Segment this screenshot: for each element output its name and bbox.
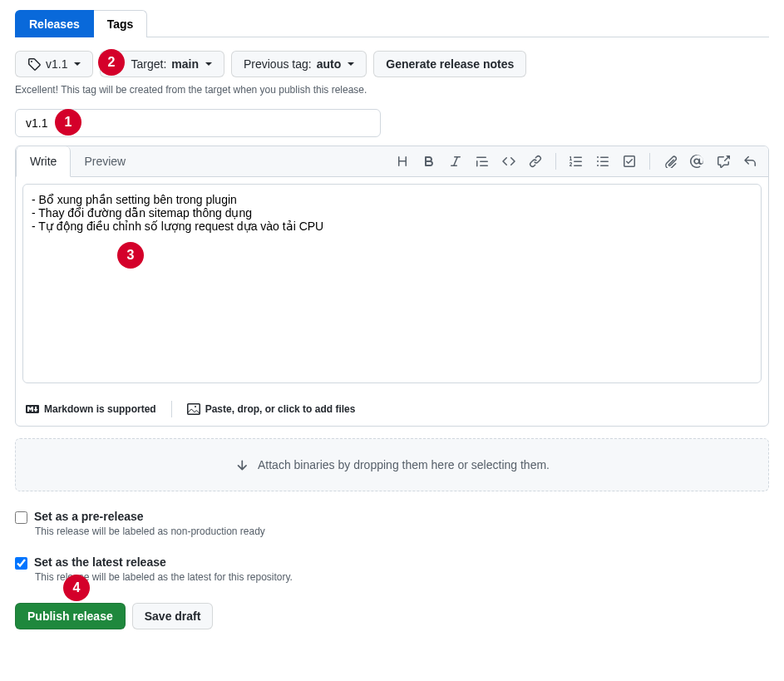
editor-tab-preview[interactable]: Preview	[71, 146, 139, 176]
italic-icon	[449, 155, 462, 168]
paperclip-icon	[663, 155, 677, 168]
annotation-badge-4: 4	[63, 575, 90, 601]
tab-releases[interactable]: Releases	[15, 10, 94, 37]
reply-button[interactable]	[738, 150, 762, 173]
tag-icon	[27, 57, 41, 71]
heading-icon	[396, 155, 409, 168]
code-button[interactable]	[497, 150, 520, 173]
attach-files-link[interactable]: Paste, drop, or click to add files	[187, 402, 356, 416]
editor-body-wrapper: 3	[16, 177, 768, 392]
toolbar-separator	[555, 153, 556, 170]
editor-tab-write[interactable]: Write	[16, 146, 71, 177]
annotation-badge-3: 3	[117, 242, 144, 269]
prerelease-note: This release will be labeled as non-prod…	[35, 526, 769, 537]
prerelease-label[interactable]: Set as a pre-release	[34, 510, 144, 523]
markdown-supported-link[interactable]: Markdown is supported	[26, 402, 156, 416]
bold-button[interactable]	[417, 150, 441, 173]
task-list-button[interactable]	[618, 150, 641, 173]
arrow-down-icon	[234, 457, 249, 472]
mention-icon	[690, 155, 703, 168]
caret-icon	[205, 62, 212, 66]
italic-button[interactable]	[444, 150, 467, 173]
tag-selector[interactable]: v1.1	[15, 51, 93, 77]
latest-label[interactable]: Set as the latest release	[34, 555, 166, 569]
quote-button[interactable]	[471, 150, 494, 173]
controls-row: v1.1 2 Target: main Previous tag: auto G…	[15, 51, 769, 77]
code-icon	[502, 155, 515, 168]
reply-icon	[743, 155, 757, 168]
tag-hint: Excellent! This tag will be created from…	[15, 84, 769, 96]
list-unordered-icon	[596, 155, 609, 168]
generate-notes-button[interactable]: Generate release notes	[373, 51, 526, 77]
tasklist-icon	[623, 155, 636, 168]
tag-value: v1.1	[46, 56, 67, 72]
binaries-dropzone[interactable]: Attach binaries by dropping them here or…	[15, 438, 769, 491]
list-ordered-icon	[570, 155, 583, 168]
editor-box: Write Preview 3 Markdown is supported	[15, 146, 769, 427]
unordered-list-button[interactable]	[591, 150, 614, 173]
actions-row: Publish release Save draft	[15, 603, 769, 629]
latest-note-wrapper: This release will be labeled as the late…	[35, 571, 769, 583]
footer-separator	[171, 401, 172, 417]
prerelease-row: Set as a pre-release	[15, 510, 769, 524]
link-button[interactable]	[524, 150, 547, 173]
image-icon	[187, 402, 200, 416]
annotation-badge-1: 1	[55, 109, 81, 136]
dropzone-label: Attach binaries by dropping them here or…	[258, 458, 550, 471]
tab-tags[interactable]: Tags	[94, 10, 148, 37]
save-draft-button[interactable]: Save draft	[132, 603, 214, 629]
prev-value: auto	[317, 56, 342, 72]
caret-icon	[74, 62, 81, 66]
save-draft-label: Save draft	[145, 608, 201, 624]
caret-icon	[348, 62, 354, 66]
latest-row: Set as the latest release	[15, 555, 769, 570]
link-icon	[529, 155, 542, 168]
mention-button[interactable]	[685, 150, 708, 173]
prerelease-checkbox[interactable]	[15, 511, 27, 524]
generate-notes-label: Generate release notes	[386, 56, 514, 72]
cross-reference-button[interactable]	[712, 150, 735, 173]
attach-files-label: Paste, drop, or click to add files	[205, 403, 356, 415]
markdown-supported-label: Markdown is supported	[44, 403, 156, 415]
prev-label: Previous tag:	[244, 56, 312, 72]
target-label: Target:	[131, 56, 166, 72]
annotation-badge-2: 2	[98, 49, 125, 76]
ordered-list-button[interactable]	[565, 150, 588, 173]
target-value: main	[171, 56, 199, 72]
previous-tag-selector[interactable]: Previous tag: auto	[231, 51, 367, 77]
heading-button[interactable]	[391, 150, 414, 173]
title-wrapper: 1	[15, 109, 769, 146]
latest-checkbox[interactable]	[15, 557, 27, 570]
markdown-icon	[26, 402, 39, 416]
attach-button[interactable]	[658, 150, 682, 173]
editor-footer: Markdown is supported Paste, drop, or cl…	[16, 392, 768, 426]
cross-reference-icon	[717, 155, 730, 168]
editor-toolbar	[391, 150, 762, 173]
bold-icon	[422, 155, 436, 168]
toolbar-separator	[649, 153, 650, 170]
tabnav: Releases Tags	[15, 10, 769, 37]
editor-tabs: Write Preview	[16, 146, 768, 177]
publish-release-button[interactable]: Publish release	[15, 603, 126, 629]
release-body-textarea[interactable]	[22, 184, 762, 383]
quote-icon	[476, 155, 489, 168]
